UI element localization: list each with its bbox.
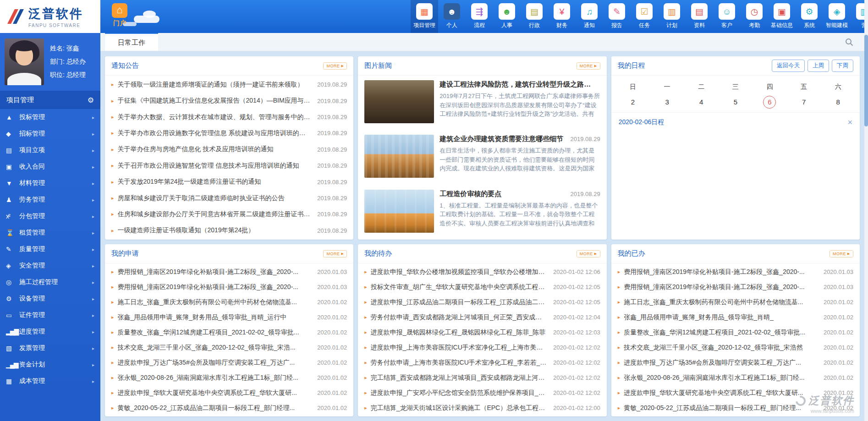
news-item[interactable]: 建设工程法律风险防范，建筑行业转型升级之路沙龙活动 2019年7月27日下午，土… (358, 76, 606, 130)
news-item[interactable]: 工程造价审核的要点 2019.08.29 1、核准工程量。工程量是编制决算最基本… (358, 185, 606, 240)
nav-module-item[interactable]: ◷ 考勤 (741, 0, 768, 33)
application-list-item[interactable]: ▸ 张鑫_用品领用申请_账簿_财务用品_领导审批_肖晴_运行中 2020.01.… (105, 310, 353, 325)
close-icon[interactable]: × (847, 118, 852, 126)
news-item[interactable]: 建筑企业办理建筑资质需要注意哪些细节 2019.08.29 在日常生活中，很多人… (358, 130, 606, 185)
sidebar-section-header[interactable]: 项目管理 ⚙ (0, 91, 100, 109)
calendar-day[interactable]: 4 (684, 96, 719, 109)
todo-list-item[interactable]: ▸ 投标文件审查_胡广生_华软大厦研究基地中央空调系统工程_20... 2020… (358, 279, 606, 295)
more-button[interactable]: MORE ▶ (323, 250, 347, 257)
todo-list-item[interactable]: ▸ 进度款申报_华软办公楼增加视频监控项目_华软办公楼增加视频... 2020-… (358, 264, 606, 279)
notice-list-item[interactable]: ▸ 房屋和城乡建设厅关于取消二级建造师临时执业证书的公告 2019.08.29 (105, 190, 353, 206)
vertical-scrollbar-thumb[interactable] (864, 35, 868, 126)
sidebar-menu-item[interactable]: ◈ 安全管理 ▸ (0, 257, 100, 274)
application-list-item[interactable]: ▸ 费用报销_潼南区2019年绿化补贴项目-施工2标段_张鑫_2020-... … (105, 264, 353, 279)
search-icon[interactable] (845, 38, 853, 46)
vertical-scrollbar-track[interactable] (864, 0, 868, 421)
todo-list-item[interactable]: ▸ 进度款申报_广安邓小平纪念馆安全防范系统维护保养项目_广安... 2020-… (358, 385, 606, 400)
nav-module-item[interactable]: ¥ 财务 (548, 0, 576, 33)
notice-list-item[interactable]: ▸ 住房和城乡建设部办公厅关于同意吉林省开展二级建造师注册证书电... 2019… (105, 206, 353, 222)
calendar-day[interactable]: 8 (821, 96, 855, 109)
sidebar-menu-item[interactable]: ▤ 项目立项 ▸ (0, 142, 100, 159)
sidebar-menu-item[interactable]: ✎ 质量管理 ▸ (0, 241, 100, 257)
calendar-day[interactable]: 5 (719, 96, 753, 109)
sidebar-menu-item[interactable]: ▭ 证件管理 ▸ (0, 307, 100, 323)
done-list-item[interactable]: ▸ 质量整改_张鑫_华润12城房建工程项目_2021-02-02_领导审批...… (611, 325, 860, 340)
done-list-item[interactable]: ▸ 费用报销_潼南区2019年绿化补贴项目-施工2标段_张鑫_2020-... … (611, 279, 860, 295)
nav-module-item[interactable]: ◈ 智能建模 (823, 0, 851, 33)
sidebar-menu-item[interactable]: ▁▄▆ 资金计划 ▸ (0, 356, 100, 373)
gear-icon[interactable]: ⚙ (88, 96, 94, 104)
nav-module-item[interactable]: ▤ 资料 (686, 0, 713, 33)
today-button[interactable]: 返回今天 (772, 60, 805, 72)
nav-module-item[interactable]: ▣ 基础信息 (768, 0, 796, 33)
sidebar-menu-item[interactable]: ⌛ 租赁管理 ▸ (0, 224, 100, 241)
notice-list-item[interactable]: ▸ 关于发放2019年第24批一级建造师注册证书的通知 2019.08.29 (105, 174, 353, 190)
todo-list-item[interactable]: ▸ 劳务付款申请_上海市美容医院ICU手术室净化工程_李若若_上... 2020… (358, 355, 606, 370)
sidebar-menu-item[interactable]: ⚙ 设备管理 ▸ (0, 290, 100, 307)
notice-list-item[interactable]: ▸ 关于召开市政公用设施智慧化管理 信息技术与应用培训班的通知 2019.08.… (105, 158, 353, 174)
todo-list-item[interactable]: ▸ 进度款申报_上海市美容医院ICU手术室净化工程_上海市美容医... 2020… (358, 340, 606, 355)
notice-list-item[interactable]: ▸ 关于领取一级注册建造师增项证的通知（须持一建证书前来领取） 2019.08.… (105, 77, 353, 93)
tab-daily-work[interactable]: 日常工作 (105, 33, 158, 51)
done-list-item[interactable]: ▸ 张永银_2020-08-26_湖南洞庭湖水库引水工程施工1标_部门经... … (611, 370, 860, 385)
nav-module-item[interactable]: ▥ 计划 (658, 0, 686, 33)
nav-module-item[interactable]: ▥ 营 (851, 0, 864, 33)
todo-list-item[interactable]: ▸ 进度款申报_晟铭园林绿化工程_晟铭园林绿化工程_陈菲_陈菲 2020-01-… (358, 325, 606, 340)
application-list-item[interactable]: ▸ 费用报销_潼南区2019年绿化补贴项目-施工2标段_张鑫_2020-... … (105, 279, 353, 295)
nav-module-item[interactable]: ▤ 行政 (521, 0, 548, 33)
application-list-item[interactable]: ▸ 施工日志_张鑫_重庆太极制药有限公司亳州中药材仓储物流基... 2020.0… (105, 295, 353, 310)
sidebar-menu-item[interactable]: ▦ 成本管理 ▸ (0, 373, 100, 389)
sidebar-menu-item[interactable]: ▲ 投标管理 ▸ (0, 109, 100, 126)
sidebar-menu-item[interactable]: ▧ 发票管理 ▸ (0, 340, 100, 356)
nav-module-item[interactable]: ⚙ 系统 (796, 0, 823, 33)
sidebar-menu-item[interactable]: ◆ 招标管理 ▸ (0, 126, 100, 142)
sidebar-menu-item[interactable]: ▂▅▇ 进度管理 ▸ (0, 323, 100, 340)
application-list-item[interactable]: ▸ 质量整改_张鑫_华润12城房建工程项目_2021-02-02_领导审批...… (105, 325, 353, 340)
notice-list-item[interactable]: ▸ 关于举办市政公用设施数字化管理信息 系统建设与应用培训班的通知 2019.0… (105, 125, 353, 141)
notice-list-item[interactable]: ▸ 一级建造师注册证书领取通知（2019年第24批） 2019.08.29 (105, 223, 353, 239)
done-list-item[interactable]: ▸ 技术交底_龙湖三千里小区_张鑫_2020-12-02_领导审批_宋浩然 20… (611, 340, 860, 355)
more-button[interactable]: MORE ▶ (577, 250, 600, 257)
sidebar-menu-item[interactable]: ▼ 材料管理 ▸ (0, 175, 100, 191)
todo-list-item[interactable]: ▸ 完工结算_龙湖天街城1区设计采购施工（EPC）总承包工程_龙... 2020… (358, 400, 606, 416)
todo-list-item[interactable]: ▸ 进度款申报_江苏成品油二期项目一标段工程_江苏成品油二期项... 2020-… (358, 295, 606, 310)
more-button[interactable]: MORE ▶ (830, 250, 853, 257)
application-list-item[interactable]: ▸ 张永银_2020-08-26_湖南洞庭湖水库引水工程施工1标_部门经... … (105, 370, 353, 385)
sidebar-menu-item[interactable]: ◎ 施工过程管理 ▸ (0, 274, 100, 290)
calendar-day[interactable]: 2 (616, 96, 650, 109)
nav-module-item[interactable]: ☑ 任务 (631, 0, 658, 33)
nav-module-item[interactable]: ⇶ 流程 (466, 0, 493, 33)
done-list-item[interactable]: ▸ 张鑫_用品领用申请_账簿_财务用品_领导审批_肖晴_ 2020.01.02 (611, 310, 860, 325)
application-list-item[interactable]: ▸ 技术交底_龙湖三千里小区_张鑫_2020-12-02_领导审批_宋浩... … (105, 340, 353, 355)
todo-list-item[interactable]: ▸ 完工结算_西安成都路龙湖上河城项目_西安成都路龙湖上河城项... 2020-… (358, 370, 606, 385)
nav-portal[interactable]: ⌂ 门户 (105, 3, 134, 27)
next-week-button[interactable]: 下周 (832, 60, 853, 72)
prev-week-button[interactable]: 上周 (808, 60, 829, 72)
notice-list-item[interactable]: ▸ 关于举办住房与房地产信息化 技术及应用培训班的通知 2019.08.29 (105, 142, 353, 158)
nav-module-item[interactable]: ▦ 项目管理 (411, 0, 438, 33)
more-button[interactable]: MORE ▶ (323, 62, 347, 70)
calendar-day[interactable]: 3 (650, 96, 684, 109)
calendar-day[interactable]: 6 (753, 96, 787, 109)
nav-module-item[interactable]: ☻ 个人 (438, 0, 466, 33)
done-list-item[interactable]: ▸ 施工日志_张鑫_重庆太极制药有限公司亳州中药材仓储物流基... 2020.0… (611, 295, 860, 310)
nav-module-item[interactable]: ♫ 通知 (576, 0, 603, 33)
brand-logo[interactable]: 泛普软件 FANPU SOFTWARE (0, 0, 100, 33)
user-avatar[interactable] (5, 38, 44, 85)
done-list-item[interactable]: ▸ 费用报销_潼南区2019年绿化补贴项目-施工2标段_张鑫_2020-... … (611, 264, 860, 279)
more-button[interactable]: MORE ▶ (577, 62, 600, 70)
application-list-item[interactable]: ▸ 进度款申报_万达广场35#会所及咖啡厅空调安装工程_万达广... 2020.… (105, 355, 353, 370)
sidebar-menu-item[interactable]: ▣ 收入合同 ▸ (0, 159, 100, 175)
todo-list-item[interactable]: ▸ 劳务付款申请_西安成都路龙湖上河城项目_何正荣_西安成都路... 2020-… (358, 310, 606, 325)
notice-list-item[interactable]: ▸ 于征集《中国建筑施工行业信息化发展报告（2014）—BIM应用与发... 2… (105, 93, 353, 109)
nav-module-item[interactable]: ☺ 客户 (713, 0, 741, 33)
calendar-day[interactable]: 7 (787, 96, 821, 109)
notice-list-item[interactable]: ▸ 关于举办大数据、云计算技术在城市建设、规划、管理与服务中的应... 2019… (105, 109, 353, 125)
done-list-item[interactable]: ▸ 进度款申报_万达广场35#会所及咖啡厅空调安装工程_万达广... 2020.… (611, 355, 860, 370)
nav-module-item[interactable]: ☻ 人事 (493, 0, 521, 33)
nav-module-item[interactable]: ✎ 报告 (603, 0, 631, 33)
sidebar-menu-item[interactable]: ♟ 劳务管理 ▸ (0, 191, 100, 208)
application-list-item[interactable]: ▸ 进度款申报_华软大厦研究基地中央空调系统工程_华软大厦研... 2020.0… (105, 385, 353, 400)
application-list-item[interactable]: ▸ 黄敏_2020-05-22_江苏成品油二期项目一标段工程_部门经理... 2… (105, 400, 353, 416)
sidebar-menu-item[interactable]: x² 分包管理 ▸ (0, 208, 100, 224)
